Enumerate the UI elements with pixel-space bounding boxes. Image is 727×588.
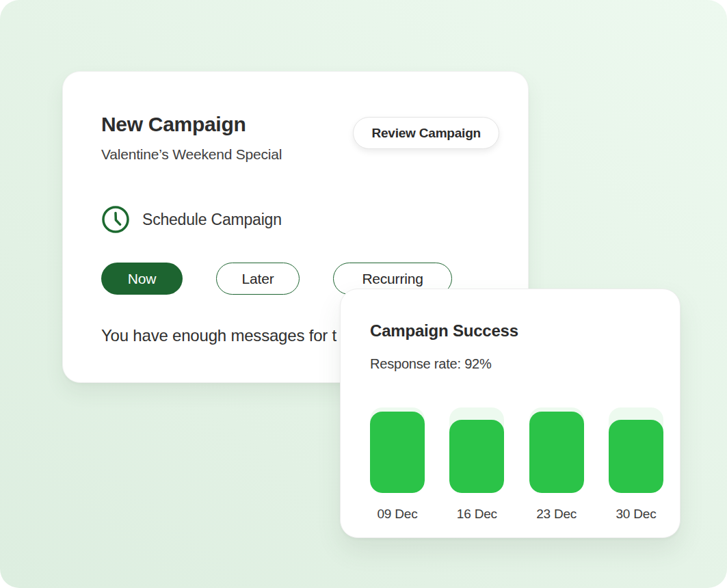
campaign-subtitle: Valentine’s Weekend Special: [101, 146, 282, 163]
success-card-title: Campaign Success: [370, 321, 663, 340]
bar-track: [609, 407, 663, 493]
clock-icon: [101, 205, 130, 234]
bar-track: [449, 407, 504, 493]
bar-label: 30 Dec: [616, 507, 656, 522]
campaign-card-header: New Campaign Valentine’s Weekend Special…: [101, 113, 499, 163]
bar-label: 23 Dec: [536, 507, 577, 522]
schedule-campaign-label: Schedule Campaign: [142, 211, 282, 229]
bar-column: 23 Dec: [529, 407, 584, 522]
bar: [449, 420, 504, 494]
page-title: New Campaign: [101, 113, 282, 136]
bar: [370, 412, 425, 493]
bar-column: 09 Dec: [370, 407, 425, 522]
schedule-campaign-row: Schedule Campaign: [101, 205, 499, 234]
bar-column: 30 Dec: [609, 407, 663, 522]
campaign-title-block: New Campaign Valentine’s Weekend Special: [101, 113, 282, 163]
response-rate-text: Response rate: 92%: [370, 356, 663, 372]
bar-column: 16 Dec: [449, 407, 504, 522]
bar-track: [370, 407, 425, 493]
bar-label: 16 Dec: [457, 507, 497, 522]
campaign-success-card: Campaign Success Response rate: 92% 09 D…: [340, 289, 680, 538]
bar-chart: 09 Dec16 Dec23 Dec30 Dec: [370, 407, 663, 522]
bar: [529, 412, 584, 493]
bar-track: [529, 407, 584, 493]
schedule-option-now[interactable]: Now: [101, 263, 183, 295]
app-background: New Campaign Valentine’s Weekend Special…: [0, 0, 727, 588]
review-campaign-button[interactable]: Review Campaign: [353, 117, 499, 149]
schedule-option-later[interactable]: Later: [216, 263, 300, 295]
bar: [609, 420, 663, 494]
bar-label: 09 Dec: [377, 507, 417, 522]
